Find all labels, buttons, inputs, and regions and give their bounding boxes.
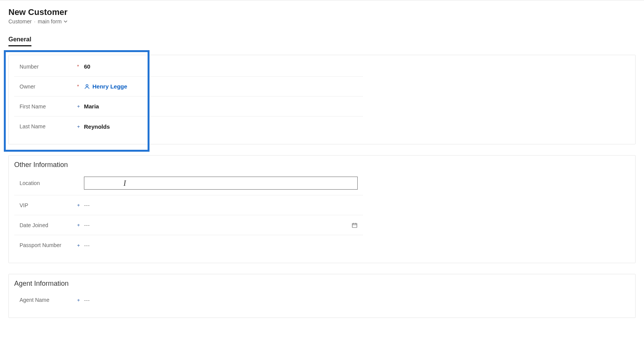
- tab-bar: General: [8, 36, 636, 46]
- field-value-number: 60: [84, 63, 358, 70]
- recommended-marker: +: [77, 103, 84, 109]
- recommended-marker: +: [77, 124, 84, 129]
- field-label-date-joined: Date Joined: [20, 222, 77, 228]
- field-value-last-name: Reynolds: [84, 123, 358, 130]
- section-agent-information: Agent Information Agent Name + ---: [8, 274, 636, 318]
- field-vip[interactable]: VIP + ---: [14, 195, 363, 215]
- section-other-information: Other Information Location I VIP + --- D…: [8, 155, 636, 263]
- owner-name: Henry Legge: [92, 83, 127, 90]
- breadcrumb-entity: Customer: [8, 18, 32, 25]
- page-title: New Customer: [8, 7, 636, 17]
- field-value-first-name: Maria: [84, 103, 358, 110]
- page-header: New Customer Customer · main form: [8, 7, 636, 25]
- field-first-name[interactable]: First Name + Maria: [14, 97, 363, 116]
- field-label-agent-name: Agent Name: [20, 297, 77, 303]
- recommended-marker: +: [77, 222, 84, 228]
- field-value-agent-name: ---: [84, 297, 358, 303]
- field-owner[interactable]: Owner * Henry Legge: [14, 77, 363, 97]
- recommended-marker: +: [77, 297, 84, 303]
- field-agent-name[interactable]: Agent Name + ---: [14, 290, 363, 310]
- calendar-icon[interactable]: [352, 222, 358, 228]
- field-label-passport: Passport Number: [20, 242, 77, 248]
- section-title-other: Other Information: [9, 156, 635, 171]
- field-label-location: Location: [20, 180, 77, 186]
- owner-link[interactable]: Henry Legge: [84, 83, 358, 90]
- field-value-vip: ---: [84, 202, 358, 208]
- field-last-name[interactable]: Last Name + Reynolds: [14, 116, 363, 136]
- field-label-last-name: Last Name: [20, 123, 77, 129]
- tab-general[interactable]: General: [8, 36, 31, 46]
- recommended-marker: +: [77, 202, 84, 208]
- field-label-vip: VIP: [20, 202, 77, 208]
- form-selector-label: main form: [38, 18, 62, 25]
- field-number[interactable]: Number * 60: [14, 57, 363, 77]
- person-icon: [84, 84, 90, 90]
- field-label-owner: Owner: [20, 84, 77, 90]
- field-label-first-name: First Name: [20, 103, 77, 110]
- field-value-date-joined: ---: [84, 222, 352, 228]
- section-general: Number * 60 Owner * Henry Legge: [8, 55, 636, 144]
- field-location[interactable]: Location I: [14, 171, 363, 195]
- breadcrumb: Customer · main form: [8, 18, 636, 25]
- form-selector[interactable]: main form: [38, 18, 68, 25]
- breadcrumb-separator: ·: [34, 18, 36, 25]
- field-date-joined[interactable]: Date Joined + ---: [14, 215, 363, 235]
- svg-rect-1: [352, 223, 357, 228]
- field-passport-number[interactable]: Passport Number + ---: [14, 235, 363, 255]
- required-marker: *: [77, 64, 84, 69]
- field-value-passport: ---: [84, 242, 358, 249]
- location-input[interactable]: [84, 177, 358, 190]
- svg-point-0: [86, 84, 88, 86]
- recommended-marker: +: [77, 242, 84, 248]
- field-label-number: Number: [20, 64, 77, 70]
- chevron-down-icon: [63, 19, 68, 24]
- required-marker: *: [77, 84, 84, 89]
- section-title-agent: Agent Information: [9, 274, 635, 290]
